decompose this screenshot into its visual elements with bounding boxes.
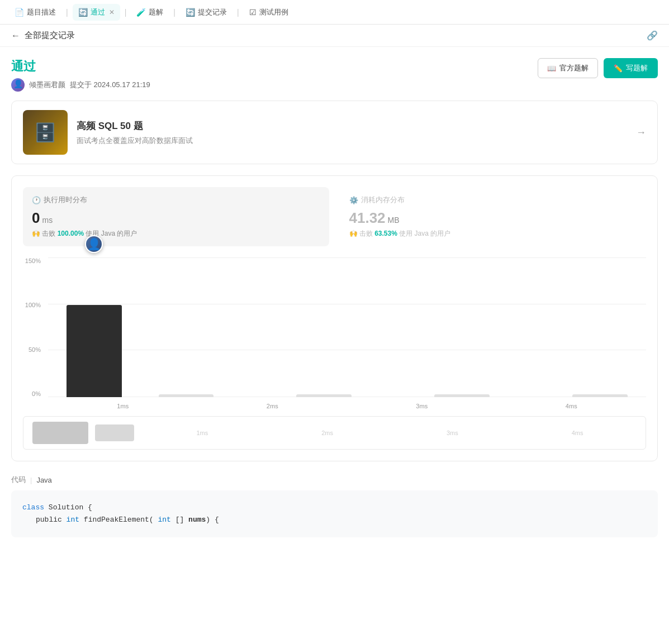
clock-icon: 🕐 xyxy=(32,196,41,204)
blur-x-3ms: 3ms xyxy=(447,430,458,436)
bar-3 xyxy=(434,394,490,397)
tab-solution-label: 题解 xyxy=(149,7,163,17)
code-lang: Java xyxy=(36,476,51,484)
status-left: 通过 倾墨画君颜 提交于 2024.05.17 21:19 xyxy=(11,58,150,92)
y-label-150: 150% xyxy=(23,257,41,264)
back-button[interactable]: ← xyxy=(11,31,20,41)
content-area: 通过 倾墨画君颜 提交于 2024.05.17 21:19 📖 官方题解 ✏️ … xyxy=(0,47,669,548)
submit-time: 提交于 2024.05.17 21:19 xyxy=(70,80,150,90)
course-title: 高频 SQL 50 题 xyxy=(77,120,627,132)
passed-icon: 🔄 xyxy=(78,8,88,17)
bar-2 xyxy=(296,394,352,397)
divider-1: | xyxy=(66,8,68,17)
submissions-icon: 🔄 xyxy=(186,8,195,17)
x-label-1ms: 1ms xyxy=(117,403,129,409)
action-buttons: 📖 官方题解 ✏️ 写题解 xyxy=(538,58,658,78)
bar-group-0: 👤 xyxy=(48,257,140,397)
link-icon[interactable]: 🔗 xyxy=(647,30,658,41)
bar-1 xyxy=(159,394,214,397)
x-label-2ms: 2ms xyxy=(267,403,278,409)
param-name: nums) { xyxy=(188,516,219,524)
param-type: int xyxy=(158,516,170,524)
course-thumbnail: 🗄️ xyxy=(23,110,68,155)
tab-passed[interactable]: 🔄 通过 ✕ xyxy=(73,4,120,21)
course-thumbnail-icon: 🗄️ xyxy=(34,122,56,143)
course-info: 高频 SQL 50 题 面试考点全覆盖应对高阶数据库面试 xyxy=(77,120,627,146)
method-name: findPeakElement( xyxy=(84,516,154,524)
code-label-row: 代码 | Java xyxy=(11,475,658,485)
time-value: 0ms xyxy=(32,209,320,227)
time-perf-card: 🕐 执行用时分布 0ms 🙌 击败 100.00% 使用 Java 的用户 xyxy=(23,187,329,246)
bar-4 xyxy=(572,394,628,397)
back-row: ← 全部提交记录 xyxy=(11,30,75,41)
y-label-50: 50% xyxy=(23,346,41,353)
wave-icon: 🙌 xyxy=(32,230,40,237)
blur-block-dark xyxy=(32,422,88,444)
y-label-100: 100% xyxy=(23,302,41,308)
tab-testcase[interactable]: ☑ 测试用例 xyxy=(244,4,294,21)
course-card[interactable]: 🗄️ 高频 SQL 50 题 面试考点全覆盖应对高阶数据库面试 → xyxy=(11,101,658,164)
description-icon: 📄 xyxy=(15,8,24,17)
keyword-class: class xyxy=(22,503,44,512)
blur-x-1ms: 1ms xyxy=(196,430,208,436)
code-divider: | xyxy=(30,476,32,484)
blur-block-light xyxy=(95,424,134,441)
write-solution-button[interactable]: ✏️ 写题解 xyxy=(604,58,658,78)
perf-section: 🕐 执行用时分布 0ms 🙌 击败 100.00% 使用 Java 的用户 ⚙️… xyxy=(11,175,658,461)
bar-group-2 xyxy=(278,257,371,397)
code-line-2: public int findPeakElement( int [] nums)… xyxy=(36,514,647,526)
time-card-title: 🕐 执行用时分布 xyxy=(32,195,320,205)
performance-chart: 150% 100% 50% 0% 👤 xyxy=(23,257,646,414)
tab-description[interactable]: 📄 题目描述 xyxy=(9,4,61,21)
tab-bar: 📄 题目描述 | 🔄 通过 ✕ | 🧪 题解 | 🔄 提交记录 | ☑ 测试用例 xyxy=(0,0,669,25)
gear-icon: ⚙️ xyxy=(349,196,358,204)
avatar-marker: 👤 xyxy=(85,235,103,253)
book-icon: 📖 xyxy=(547,64,556,73)
avatar xyxy=(11,78,25,92)
tab-solution[interactable]: 🧪 题解 xyxy=(131,4,169,21)
access-modifier: public xyxy=(36,516,67,524)
submitter-name: 倾墨画君颜 xyxy=(29,80,65,90)
status-badge: 通过 xyxy=(11,58,150,75)
array-brackets: [] xyxy=(175,516,188,524)
blur-x-labels: 1ms 2ms 3ms 4ms xyxy=(134,430,646,436)
write-solution-label: 写题解 xyxy=(626,63,648,73)
mem-perf-card: ⚙️ 消耗内存分布 41.32MB 🙌 击败 63.53% 使用 Java 的用… xyxy=(340,187,647,246)
divider-2: | xyxy=(125,8,127,17)
page-title: 全部提交记录 xyxy=(25,30,75,41)
divider-3: | xyxy=(173,8,175,17)
course-arrow-icon: → xyxy=(636,127,646,139)
chart-bars-area: 👤 xyxy=(48,257,646,397)
mem-card-title: ⚙️ 消耗内存分布 xyxy=(349,195,638,205)
close-icon[interactable]: ✕ xyxy=(109,8,115,16)
class-name: Solution { xyxy=(49,503,92,512)
x-label-3ms: 3ms xyxy=(416,403,428,409)
course-desc: 面试考点全覆盖应对高阶数据库面试 xyxy=(77,136,627,146)
bar-0 xyxy=(67,305,122,397)
code-section: 代码 | Java class Solution { public int fi… xyxy=(11,475,658,537)
submitter-row: 倾墨画君颜 提交于 2024.05.17 21:19 xyxy=(11,78,150,92)
chart-blur-row: 1ms 2ms 3ms 4ms xyxy=(23,416,646,450)
divider-4: | xyxy=(237,8,239,17)
tab-testcase-label: 测试用例 xyxy=(259,7,288,17)
official-solution-label: 官方题解 xyxy=(559,63,589,73)
x-label-4ms: 4ms xyxy=(566,403,577,409)
page-header: ← 全部提交记录 🔗 xyxy=(0,25,669,47)
bar-group-1 xyxy=(140,257,233,397)
y-label-0: 0% xyxy=(23,390,41,397)
code-label: 代码 xyxy=(11,475,26,485)
tab-submissions[interactable]: 🔄 提交记录 xyxy=(180,4,233,21)
code-line-1: class Solution { xyxy=(22,502,647,514)
bar-group-4 xyxy=(554,257,646,397)
chart-x-labels: 1ms 2ms 3ms 4ms xyxy=(48,398,646,414)
official-solution-button[interactable]: 📖 官方题解 xyxy=(538,58,598,78)
edit-icon: ✏️ xyxy=(614,64,623,73)
status-row: 通过 倾墨画君颜 提交于 2024.05.17 21:19 📖 官方题解 ✏️ … xyxy=(11,58,658,92)
return-type: int xyxy=(67,516,79,524)
chart-y-labels: 150% 100% 50% 0% xyxy=(23,257,45,397)
tab-description-label: 题目描述 xyxy=(27,7,56,17)
solution-icon: 🧪 xyxy=(136,8,146,17)
tab-passed-label: 通过 xyxy=(91,7,105,17)
tab-submissions-label: 提交记录 xyxy=(198,7,227,17)
mem-value: 41.32MB xyxy=(349,209,638,227)
